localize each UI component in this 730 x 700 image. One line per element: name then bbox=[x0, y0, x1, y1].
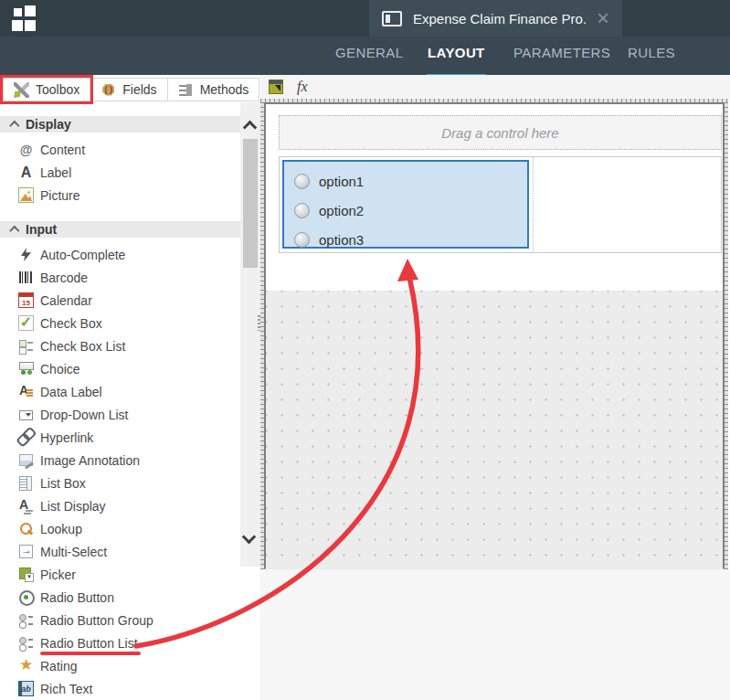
toolbox-item-picker[interactable]: Picker bbox=[0, 563, 240, 586]
toolbox-item-label: Image Annotation bbox=[40, 453, 140, 468]
tab-general[interactable]: GENERAL bbox=[335, 37, 404, 69]
toolbox-item-barcode[interactable]: Barcode bbox=[0, 266, 240, 289]
toolbox-item-label: Rating bbox=[40, 659, 77, 673]
radio-icon bbox=[294, 232, 310, 248]
toolbox-item-radio-button-group[interactable]: Radio Button Group bbox=[0, 609, 240, 631]
canvas-content: Drag a control here option1option2option… bbox=[266, 104, 723, 569]
toolbox-item-label: Picture bbox=[40, 188, 80, 203]
choice-icon bbox=[18, 361, 34, 377]
toolbox-item-label: Picker bbox=[40, 567, 76, 582]
drop-zone[interactable]: Drag a control here bbox=[279, 115, 722, 150]
toolbox-item-rating[interactable]: Rating bbox=[0, 654, 240, 677]
nav-tabs: GENERALLAYOUTPARAMETERSRULES bbox=[0, 37, 730, 75]
toolbox-scrollbar[interactable] bbox=[240, 102, 260, 567]
close-icon[interactable]: × bbox=[597, 9, 609, 27]
radio-option-row[interactable]: option1 bbox=[294, 166, 527, 196]
toolbox-item-multi-select[interactable]: Multi-Select bbox=[0, 540, 240, 563]
section-title: Display bbox=[26, 117, 71, 132]
toolbox-item-content[interactable]: Content bbox=[0, 138, 240, 161]
app-header: Expense Claim Finance Pro... × bbox=[0, 0, 730, 37]
toolbox-item-auto-complete[interactable]: Auto-Complete bbox=[0, 243, 240, 266]
toolbox-item-check-box-list[interactable]: Check Box List bbox=[0, 334, 240, 357]
radio-option-label: option2 bbox=[319, 203, 364, 218]
form-document-icon bbox=[382, 11, 402, 27]
fields-icon bbox=[101, 82, 116, 98]
rating-icon bbox=[18, 658, 34, 673]
tab-layout[interactable]: LAYOUT bbox=[428, 37, 485, 69]
rich-text-icon bbox=[18, 681, 34, 696]
toolbox-item-data-label[interactable]: Data Label bbox=[0, 380, 240, 403]
toolbox-item-label[interactable]: Label bbox=[0, 161, 240, 184]
picture-icon bbox=[18, 187, 34, 203]
table-cell-left[interactable]: option1option2option3 bbox=[280, 157, 533, 252]
toolbox-item-radio-button[interactable]: Radio Button bbox=[0, 586, 240, 609]
canvas-grid-background bbox=[266, 291, 723, 569]
auto-complete-icon bbox=[18, 247, 34, 262]
section-items: ContentLabelPicture bbox=[0, 138, 240, 207]
scroll-up-icon[interactable] bbox=[243, 121, 258, 135]
toolbox-item-lookup[interactable]: Lookup bbox=[0, 517, 240, 540]
toolbox-item-label: Auto-Complete bbox=[40, 248, 125, 262]
toolbox-item-image-annotation[interactable]: Image Annotation bbox=[0, 449, 240, 472]
section-header-display[interactable]: Display bbox=[0, 116, 240, 133]
toolbox-item-check-box[interactable]: Check Box bbox=[0, 312, 240, 334]
toolbox-item-picture[interactable]: Picture bbox=[0, 184, 240, 207]
toolbox-item-rich-text[interactable]: Rich Text bbox=[0, 677, 240, 700]
scrollbar-thumb[interactable] bbox=[243, 139, 258, 268]
radio-icon bbox=[294, 174, 310, 189]
toolbox-item-label: Radio Button bbox=[40, 590, 114, 605]
tab-rules[interactable]: RULES bbox=[628, 37, 675, 69]
document-tab[interactable]: Expense Claim Finance Pro... × bbox=[369, 0, 622, 37]
expression-fx-icon[interactable]: fx bbox=[297, 79, 308, 95]
section-title: Input bbox=[26, 222, 57, 237]
barcode-icon bbox=[18, 270, 34, 285]
panel-tab-fields[interactable]: Fields bbox=[90, 78, 167, 101]
toolbox-item-list-display[interactable]: List Display bbox=[0, 494, 240, 517]
radio-button-icon bbox=[18, 589, 34, 605]
rule-designer-icon[interactable] bbox=[269, 80, 283, 94]
radio-icon bbox=[294, 203, 310, 218]
radio-button-list-control[interactable]: option1option2option3 bbox=[282, 160, 529, 249]
toolbox-item-label: Radio Button List bbox=[40, 636, 138, 651]
form-designer-window: Expense Claim Finance Pro... × GENERALLA… bbox=[0, 0, 730, 700]
check-box-list-icon bbox=[18, 338, 34, 354]
radio-option-row[interactable]: option3 bbox=[294, 225, 527, 254]
radio-option-row[interactable]: option2 bbox=[294, 196, 527, 225]
layout-table[interactable]: option1option2option3 bbox=[279, 156, 722, 253]
canvas-toolbar: fx bbox=[260, 75, 730, 99]
toolbox-item-radio-button-list[interactable]: Radio Button List bbox=[0, 631, 240, 654]
drop-down-list-icon bbox=[18, 407, 34, 422]
canvas-panel: fx Drag a control here option1option2opt… bbox=[260, 75, 730, 700]
toolbox-list: DisplayContentLabelPictureInputAuto-Comp… bbox=[0, 101, 240, 700]
content-icon bbox=[18, 142, 34, 157]
section-items: Auto-CompleteBarcodeCalendarCheck BoxChe… bbox=[0, 243, 240, 700]
toolbox-tab-bar: ToolboxFieldsMethods bbox=[3, 78, 259, 101]
hyperlink-icon bbox=[15, 426, 37, 448]
scroll-down-icon[interactable] bbox=[242, 530, 257, 545]
data-label-icon bbox=[18, 384, 34, 399]
check-box-icon bbox=[18, 315, 34, 331]
panel-tab-toolbox[interactable]: Toolbox bbox=[3, 78, 90, 101]
canvas-bottom-area bbox=[260, 569, 730, 700]
radio-button-group-icon bbox=[18, 612, 34, 628]
toolbox-item-hyperlink[interactable]: Hyperlink bbox=[0, 426, 240, 449]
form-design-surface[interactable]: Drag a control here option1option2option… bbox=[266, 104, 723, 291]
section-header-input[interactable]: Input bbox=[0, 221, 240, 238]
toolbox-item-label: Content bbox=[40, 143, 85, 157]
toolbox-item-label: Data Label bbox=[40, 385, 102, 399]
radio-option-label: option3 bbox=[319, 232, 364, 248]
table-cell-right[interactable] bbox=[534, 157, 721, 252]
toolbox-item-list-box[interactable]: List Box bbox=[0, 472, 240, 494]
image-annotation-icon bbox=[18, 452, 34, 468]
panel-tab-methods[interactable]: Methods bbox=[168, 78, 260, 101]
toolbox-item-choice[interactable]: Choice bbox=[0, 357, 240, 380]
toolbox-item-label: Lookup bbox=[40, 522, 82, 536]
toolbox-item-calendar[interactable]: Calendar bbox=[0, 289, 240, 312]
toolbox-item-label: List Display bbox=[40, 499, 106, 514]
k2-logo-icon[interactable] bbox=[12, 5, 37, 31]
tab-parameters[interactable]: PARAMETERS bbox=[513, 37, 610, 69]
toolbox-item-drop-down-list[interactable]: Drop-Down List bbox=[0, 403, 240, 426]
collapse-chevron-icon bbox=[9, 121, 19, 131]
toolbox-item-label: Multi-Select bbox=[40, 545, 107, 559]
panel-tab-label: Fields bbox=[122, 82, 156, 97]
